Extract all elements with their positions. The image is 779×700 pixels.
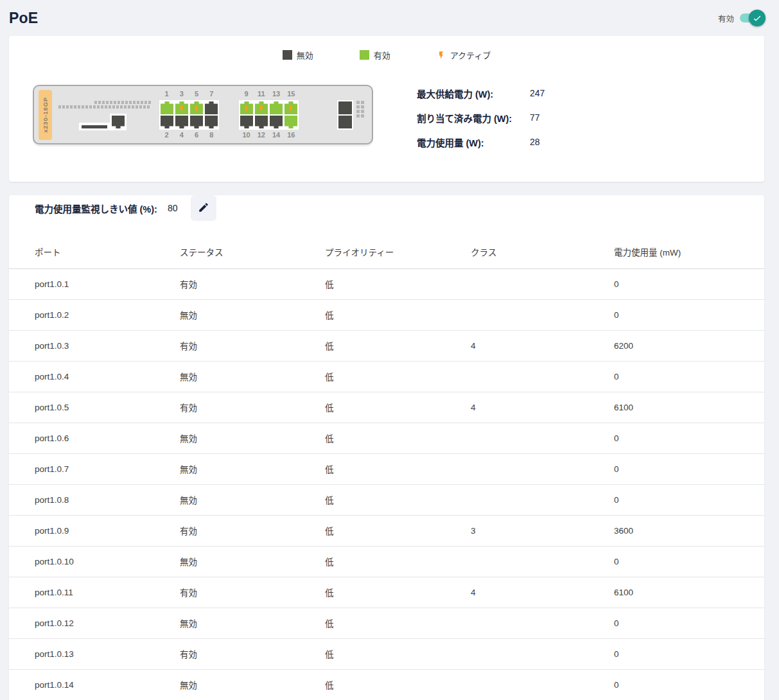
- table-row: port1.0.2無効低0: [9, 299, 764, 330]
- port-number-5: 5: [189, 90, 204, 98]
- table-row: port1.0.13有効低0: [9, 638, 764, 669]
- enabled-swatch-icon: [360, 50, 369, 60]
- cell-priority: 低: [325, 392, 471, 423]
- cell-power: 0: [614, 268, 764, 299]
- port-11: [255, 101, 268, 114]
- port-number-14: 14: [269, 131, 284, 139]
- cell-port: port1.0.8: [9, 484, 180, 515]
- port-16: [284, 116, 297, 128]
- cell-priority: 低: [325, 330, 471, 361]
- led-grid: [356, 101, 364, 118]
- table-header-row: ポート ステータス プライオリティー クラス 電力使用量 (mW): [9, 235, 764, 268]
- port-15: [284, 101, 297, 114]
- port-1: [161, 101, 173, 114]
- cell-power: 3600: [614, 515, 764, 546]
- power-stats: 最大供給電力 (W): 247 割り当て済み電力 (W): 77 電力使用量 (…: [417, 81, 545, 154]
- port-6: [190, 116, 203, 128]
- port-2: [161, 116, 173, 128]
- cell-status: 有効: [180, 515, 325, 546]
- col-header-port: ポート: [9, 235, 180, 268]
- port-number-13: 13: [269, 90, 284, 98]
- table-row: port1.0.12無効低0: [9, 608, 764, 638]
- port-numbers-bottom-2: 10121416: [239, 131, 299, 139]
- stat-label: 電力使用量 (W):: [417, 136, 530, 149]
- disabled-swatch-icon: [283, 50, 292, 60]
- cell-priority: 低: [325, 361, 471, 392]
- cell-port: port1.0.2: [9, 299, 180, 330]
- port-table-body: port1.0.1有効低0port1.0.2無効低0port1.0.3有効低46…: [9, 268, 764, 700]
- legend-label: 無効: [297, 49, 313, 61]
- legend-item-active: アクティブ: [437, 49, 491, 61]
- port-group-1-bottom: [161, 116, 218, 128]
- legend-item-enabled: 有効: [360, 49, 390, 61]
- sfp-port: [338, 116, 352, 128]
- port-number-9: 9: [239, 90, 254, 98]
- console-port: [110, 114, 127, 130]
- cell-power: 6100: [614, 577, 764, 608]
- cell-priority: 低: [325, 669, 471, 700]
- cell-power: 0: [614, 638, 764, 669]
- col-header-power: 電力使用量 (mW): [614, 235, 764, 268]
- cell-priority: 低: [325, 423, 471, 453]
- cell-port: port1.0.10: [9, 546, 180, 577]
- cell-status: 無効: [180, 608, 325, 638]
- cell-status: 無効: [180, 484, 325, 515]
- port-numbers-top-1: 1357: [159, 90, 219, 98]
- table-row: port1.0.6無効低0: [9, 423, 764, 453]
- cell-class: [471, 546, 614, 577]
- port-4: [175, 116, 188, 128]
- port-number-16: 16: [284, 131, 299, 139]
- col-header-priority: プライオリティー: [325, 235, 471, 268]
- threshold-value: 80: [168, 203, 178, 213]
- cell-status: 無効: [180, 453, 325, 484]
- port-3: [175, 101, 188, 114]
- cell-class: [471, 268, 614, 299]
- port-9: [240, 101, 253, 114]
- cell-status: 無効: [180, 423, 325, 453]
- cell-port: port1.0.3: [9, 330, 180, 361]
- cell-status: 有効: [180, 268, 325, 299]
- port-5: [190, 101, 203, 114]
- cell-port: port1.0.9: [9, 515, 180, 546]
- edit-threshold-button[interactable]: [191, 195, 216, 221]
- cell-class: [471, 361, 614, 392]
- stat-value: 77: [530, 112, 540, 123]
- legend-item-disabled: 無効: [283, 49, 313, 61]
- port-state-legend: 無効 有効 アクティブ: [9, 49, 764, 61]
- port-8: [205, 116, 218, 128]
- poe-details-card: 電力使用量監視しきい値 (%): 80 ポート ステータス プライオリティー ク…: [9, 195, 764, 700]
- cell-class: 3: [471, 515, 614, 546]
- poe-overview-card: 無効 有効 アクティブ x230-18GP 1357 2468 9111315: [9, 36, 764, 182]
- port-13: [270, 101, 283, 114]
- port-group-2-top: [240, 101, 297, 114]
- cell-power: 0: [614, 608, 764, 638]
- port-numbers-top-2: 9111315: [239, 90, 299, 98]
- cell-class: [471, 608, 614, 638]
- port-table: ポート ステータス プライオリティー クラス 電力使用量 (mW) port1.…: [9, 235, 764, 700]
- table-row: port1.0.7無効低0: [9, 453, 764, 484]
- sfp-ports: [337, 100, 353, 130]
- cell-status: 無効: [180, 361, 325, 392]
- col-header-class: クラス: [471, 235, 614, 268]
- cell-class: [471, 423, 614, 453]
- col-header-status: ステータス: [180, 235, 325, 268]
- cell-port: port1.0.13: [9, 638, 180, 669]
- port-number-12: 12: [254, 131, 268, 139]
- cell-class: 4: [471, 392, 614, 423]
- cell-status: 有効: [180, 638, 325, 669]
- cell-status: 有効: [180, 392, 325, 423]
- cell-power: 0: [614, 299, 764, 330]
- legend-label: 有効: [374, 49, 390, 61]
- pencil-icon: [198, 202, 209, 215]
- threshold-row: 電力使用量監視しきい値 (%): 80: [35, 195, 764, 221]
- poe-toggle-switch[interactable]: [740, 10, 766, 26]
- port-number-1: 1: [159, 90, 174, 98]
- cell-status: 無効: [180, 546, 325, 577]
- cell-power: 0: [614, 669, 764, 700]
- cell-class: [471, 484, 614, 515]
- cell-port: port1.0.6: [9, 423, 180, 453]
- cell-class: [471, 669, 614, 700]
- table-row: port1.0.9有効低33600: [9, 515, 764, 546]
- cell-priority: 低: [325, 453, 471, 484]
- poe-enable-toggle[interactable]: 有効: [718, 10, 766, 26]
